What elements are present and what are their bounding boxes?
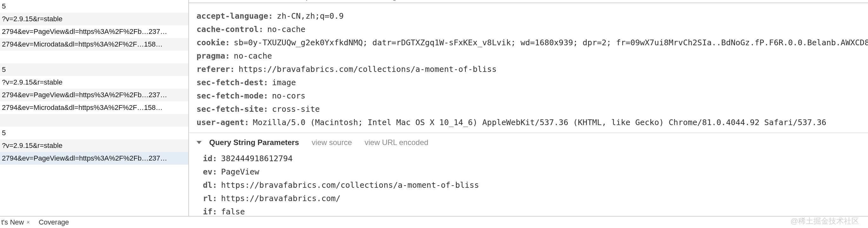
header-key: referer: [196,63,235,76]
header-key: user-agent: [196,116,249,129]
header-row: accept-language: zh-CN,zh;q=0.9 [196,9,868,23]
request-row[interactable]: 5 [0,127,188,139]
header-row: cache-control: no-cache [196,23,868,36]
details-tabs: Headers Preview Response Initiator Timin… [189,0,868,3]
header-key: sec-fetch-site: [196,103,268,116]
query-key: ev: [203,165,217,179]
request-row[interactable] [0,114,188,127]
header-value: https://bravafabrics.com/collections/a-m… [239,63,497,76]
query-param-row: rl: https://bravafabrics.com/ [203,192,868,205]
query-param-row: ev: PageView [203,165,868,179]
query-param-row: dl: https://bravafabrics.com/collections… [203,179,868,192]
header-row: sec-fetch-dest: image [196,76,868,89]
request-row[interactable]: 2794&ev=Microdata&dl=https%3A%2F%2F…158… [0,38,188,51]
drawer-tab-label: t's New [1,218,24,226]
tab-response[interactable]: Response [293,0,325,0]
request-row[interactable]: ?v=2.9.15&r=stable [0,13,188,25]
header-row: sec-fetch-mode: no-cors [196,89,868,103]
request-row[interactable] [0,51,188,63]
header-key: pragma: [196,49,230,63]
section-title: Query String Parameters [209,138,299,147]
header-value: no-cors [272,89,305,103]
header-value: no-cache [234,49,272,63]
requests-list: 5 ?v=2.9.15&r=stable 2794&ev=PageView&dl… [0,0,188,217]
header-row: referer: https://bravafabrics.com/collec… [196,63,868,76]
view-source-link[interactable]: view source [312,138,352,147]
request-row[interactable]: 2794&ev=Microdata&dl=https%3A%2F%2F…158… [0,101,188,114]
request-row[interactable]: 2794&ev=PageView&dl=https%3A%2F%2Fb…237… [0,152,188,165]
query-value: 382444918612794 [221,152,293,165]
query-value: PageView [221,165,259,179]
request-row[interactable]: ?v=2.9.15&r=stable [0,76,188,89]
drawer-tab-whats-new[interactable]: t's New × [1,218,30,226]
query-key: id: [203,152,217,165]
tab-headers[interactable]: Headers [214,0,241,0]
query-value: https://bravafabrics.com/collections/a-m… [221,179,479,192]
header-value: image [272,76,296,89]
request-row[interactable]: 2794&ev=PageView&dl=https%3A%2F%2Fb…237… [0,25,188,38]
header-row: pragma: no-cache [196,49,868,63]
header-value: zh-CN,zh;q=0.9 [277,9,344,23]
query-key: rl: [203,192,217,205]
tab-cookies[interactable]: Cookies [410,0,436,0]
header-value: sb=0y-TXUZUQw_g2ek0YxfkdNMQ; datr=rDGTXZ… [234,36,868,49]
caret-down-icon[interactable] [196,141,202,144]
header-key: sec-fetch-dest: [196,76,268,89]
header-row: sec-fetch-site: cross-site [196,103,868,116]
drawer-tab-coverage[interactable]: Coverage [39,218,69,226]
header-key: accept-language: [196,9,273,23]
request-row[interactable]: ?v=2.9.15&r=stable [0,139,188,152]
header-value: Mozilla/5.0 (Macintosh; Intel Mac OS X 1… [253,116,827,129]
drawer-tab-label: Coverage [39,218,69,226]
request-row[interactable]: 5 [0,0,188,13]
header-value: no-cache [267,23,305,36]
request-details-panel: Headers Preview Response Initiator Timin… [189,0,868,228]
header-row: user-agent: Mozilla/5.0 (Macintosh; Inte… [196,116,868,129]
headers-scroll-area[interactable]: accept-language: zh-CN,zh;q=0.9 cache-co… [189,3,868,228]
header-row: cookie: sb=0y-TXUZUQw_g2ek0YxfkdNMQ; dat… [196,36,868,49]
tab-initiator[interactable]: Initiator [339,0,362,0]
network-requests-panel: 5 ?v=2.9.15&r=stable 2794&ev=PageView&dl… [0,0,189,228]
drawer-bar: t's New × Coverage [0,216,868,228]
query-value: https://bravafabrics.com/ [221,192,340,205]
close-icon[interactable]: × [26,219,30,226]
header-key: cache-control: [196,23,264,36]
header-key: cookie: [196,36,230,49]
view-url-encoded-link[interactable]: view URL encoded [365,138,429,147]
query-key: dl: [203,179,217,192]
header-value: cross-site [272,103,320,116]
tab-preview[interactable]: Preview [255,0,279,0]
request-row[interactable]: 2794&ev=PageView&dl=https%3A%2F%2Fb…237… [0,89,188,101]
request-row[interactable]: 5 [0,63,188,76]
tab-timing[interactable]: Timing [376,0,397,0]
query-string-section: Query String Parameters view source view… [189,132,868,219]
header-key: sec-fetch-mode: [196,89,268,103]
query-param-row: id: 382444918612794 [203,152,868,165]
